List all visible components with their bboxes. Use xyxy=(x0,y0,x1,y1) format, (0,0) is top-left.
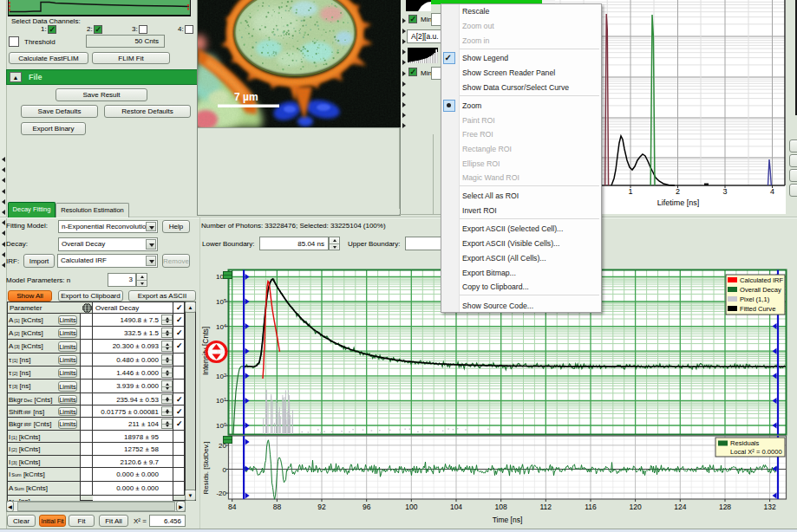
svg-text:1: 1 xyxy=(628,187,632,196)
svg-text:100: 100 xyxy=(216,422,226,430)
svg-text:4: 4 xyxy=(770,187,774,196)
svg-text:112: 112 xyxy=(540,503,552,511)
svg-text:102: 102 xyxy=(216,373,226,380)
svg-text:92: 92 xyxy=(317,503,326,511)
svg-text:Overall Decay: Overall Decay xyxy=(740,286,781,294)
svg-text:101: 101 xyxy=(216,397,226,405)
svg-text:Lifetime [ns]: Lifetime [ns] xyxy=(657,198,700,207)
svg-text:Local X² = 0.0000: Local X² = 0.0000 xyxy=(730,448,782,456)
svg-text:88: 88 xyxy=(273,503,282,511)
svg-text:120: 120 xyxy=(630,503,642,511)
svg-text:7 µm: 7 µm xyxy=(234,91,258,103)
svg-text:124: 124 xyxy=(674,503,686,511)
svg-text:132: 132 xyxy=(764,503,776,511)
svg-text:116: 116 xyxy=(585,503,597,511)
svg-text:108: 108 xyxy=(495,503,507,511)
svg-text:3: 3 xyxy=(722,187,727,196)
svg-text:Fitted Curve: Fitted Curve xyxy=(740,305,775,313)
svg-text:-20: -20 xyxy=(216,490,226,497)
svg-text:2: 2 xyxy=(676,187,680,196)
svg-text:Pixel (1,1): Pixel (1,1) xyxy=(740,295,770,303)
svg-text:104: 104 xyxy=(216,323,226,331)
svg-text:105: 105 xyxy=(216,298,226,306)
svg-text:100: 100 xyxy=(405,503,417,511)
svg-text:84: 84 xyxy=(228,503,237,511)
svg-text:104: 104 xyxy=(450,503,462,511)
svg-text:Residuals: Residuals xyxy=(730,439,760,447)
svg-text:Calculated IRF: Calculated IRF xyxy=(740,276,784,284)
svg-text:Time [ns]: Time [ns] xyxy=(493,516,523,524)
svg-text:96: 96 xyxy=(363,503,371,511)
svg-text:128: 128 xyxy=(719,503,731,511)
svg-text:Resids. [StdDev.]: Resids. [StdDev.] xyxy=(202,441,210,494)
